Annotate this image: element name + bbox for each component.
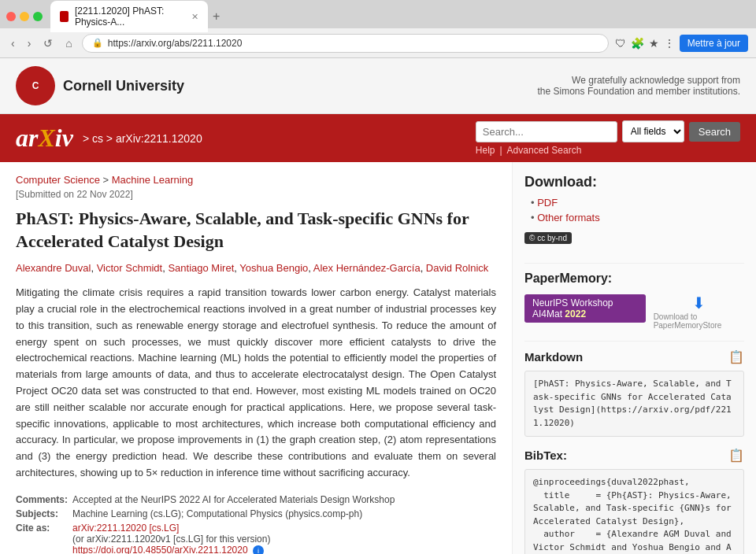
cornell-logo: C Cornell University (16, 66, 184, 105)
search-column: All fields Search Help | Advanced Search (476, 120, 740, 156)
subjects-label: Subjects: (16, 507, 72, 521)
download-section: Download: PDF Other formats © cc by-nd (524, 174, 744, 255)
arxiv-ar: ar (16, 124, 38, 152)
bibtex-title: BibTex: (524, 449, 567, 462)
arxiv-path: > cs > arXiv:2211.12020 (83, 132, 202, 145)
papermemory-title: PaperMemory: (524, 271, 744, 286)
info-icon: i (253, 545, 264, 554)
comments-label: Comments: (16, 493, 72, 507)
back-button[interactable]: ‹ (8, 35, 18, 51)
seal-text: C (32, 80, 39, 91)
active-tab[interactable]: [2211.12020] PhAST: Physics-A... ✕ (50, 1, 208, 32)
download-title: Download: (524, 174, 744, 190)
submitted-date: [Submitted on 22 Nov 2022] (16, 189, 496, 200)
close-dot[interactable] (6, 12, 16, 21)
arxiv-banner: arXiv > cs > arXiv:2211.12020 All fields… (0, 114, 756, 162)
minimize-dot[interactable] (20, 12, 29, 21)
neurips-badge: NeurIPS Workshop AI4Mat 2022 (524, 294, 646, 323)
author-miret[interactable]: Santiago Miret (168, 262, 234, 274)
bibtex-code: @inproceedings{duval2022phast, title = {… (524, 469, 744, 554)
bibtex-header-row: BibTex: 📋 (524, 448, 744, 463)
field-select[interactable]: All fields (622, 120, 684, 142)
extensions-icon[interactable]: 🧩 (631, 37, 644, 50)
ml-link[interactable]: Machine Learning (112, 174, 193, 186)
tab-close-btn[interactable]: ✕ (191, 12, 198, 22)
address-bar: ‹ › ↺ ⌂ 🔒 https://arxiv.org/abs/2211.120… (0, 28, 756, 58)
forward-button[interactable]: › (24, 35, 35, 51)
breadcrumb: Computer Science > Machine Learning (16, 174, 496, 186)
abstract-text: Mitigating the climate crisis requires a… (16, 285, 496, 482)
bibtex-section: BibTex: 📋 @inproceedings{duval2022phast,… (524, 448, 744, 554)
search-button[interactable]: Search (689, 122, 740, 142)
markdown-copy-icon[interactable]: 📋 (728, 349, 744, 364)
traffic-lights (6, 12, 43, 21)
download-list: PDF Other formats (524, 197, 744, 223)
arxiv-iv: iv (55, 124, 73, 152)
cornell-name: Cornell University (63, 78, 184, 94)
tab-favicon (60, 11, 69, 22)
url-bar[interactable]: 🔒 https://arxiv.org/abs/2211.12020 (82, 34, 609, 53)
lock-icon: 🔒 (92, 38, 103, 48)
author-rolnick[interactable]: David Rolnick (426, 262, 488, 274)
home-button[interactable]: ⌂ (62, 35, 75, 51)
author-hernandez[interactable]: Alex Hernández-García (313, 262, 421, 274)
reload-button[interactable]: ↺ (40, 35, 56, 51)
neurips-badge-container: NeurIPS Workshop AI4Mat 2022 (524, 294, 646, 329)
divider-2 (524, 341, 744, 342)
markdown-section: Markdown 📋 [PhAST: Physics-Aware, Scalab… (524, 349, 744, 437)
cite-as-value: arXiv:2211.12020 [cs.LG] (or arXiv:2211.… (72, 521, 399, 554)
menu-icon[interactable]: ⋮ (664, 37, 675, 50)
search-links-divider: | (499, 145, 502, 156)
comments-value: Accepted at the NeurIPS 2022 AI for Acce… (72, 493, 399, 507)
cornell-seal: C (16, 66, 55, 105)
markdown-header-row: Markdown 📋 (524, 349, 744, 364)
arxiv-site: C Cornell University We gratefully ackno… (0, 58, 756, 554)
neurips-year: 2022 (565, 308, 586, 319)
license-text: cc by-nd (537, 234, 567, 242)
content-area: Computer Science > Machine Learning [Sub… (0, 162, 512, 554)
pm-actions: NeurIPS Workshop AI4Mat 2022 ⬇ Download … (524, 294, 744, 330)
cc-icon: © (529, 234, 535, 242)
search-input[interactable] (476, 121, 617, 142)
doi-link[interactable]: https://doi.org/10.48550/arXiv.2211.1202… (72, 545, 248, 554)
markdown-code: [PhAST: Physics-Aware, Scalable, and Tas… (524, 371, 744, 437)
sidebar: Download: PDF Other formats © cc by-nd P… (512, 162, 756, 554)
new-tab-button[interactable]: + (213, 9, 220, 24)
license-badge: © cc by-nd (524, 232, 572, 244)
site-header: C Cornell University We gratefully ackno… (0, 58, 756, 114)
browser-actions: 🛡 🧩 ★ ⋮ Mettre à jour (615, 35, 748, 52)
cs-link[interactable]: Computer Science (16, 174, 100, 186)
advanced-search-link[interactable]: Advanced Search (507, 145, 582, 156)
pdf-link[interactable]: PDF (537, 197, 558, 209)
url-text: https://arxiv.org/abs/2211.12020 (108, 38, 243, 49)
paper-title: PhAST: Physics-Aware, Scalable, and Task… (16, 208, 496, 253)
cite-as-label: Cite as: (16, 521, 72, 554)
shield-icon[interactable]: 🛡 (615, 37, 626, 50)
maximize-dot[interactable] (33, 12, 43, 21)
search-area: All fields Search (476, 120, 740, 142)
author-bengio[interactable]: Yoshua Bengio (239, 262, 308, 274)
browser-chrome: [2211.12020] PhAST: Physics-A... ✕ + ‹ ›… (0, 0, 756, 58)
simons-acknowledgement: We gratefully acknowledge support fromth… (538, 75, 740, 97)
authors-list: Alexandre Duval, Victor Schmidt, Santiag… (16, 262, 496, 274)
tab-bar: [2211.12020] PhAST: Physics-A... ✕ + (0, 0, 756, 28)
main-layout: Computer Science > Machine Learning [Sub… (0, 162, 756, 554)
cite-as-v1: (or arXiv:2211.12020v1 [cs.LG] for this … (72, 534, 270, 545)
subjects-value: Machine Learning (cs.LG); Computational … (72, 507, 399, 521)
arxiv-id-link[interactable]: arXiv:2211.12020 [cs.LG] (72, 523, 179, 534)
arxiv-x: X (38, 124, 54, 152)
download-pm-btn-group: ⬇ Download to PaperMemoryStore (654, 294, 744, 330)
bibtex-copy-icon[interactable]: 📋 (728, 448, 744, 463)
other-formats-link[interactable]: Other formats (537, 212, 599, 223)
divider-1 (524, 263, 744, 264)
markdown-title: Markdown (524, 350, 583, 364)
author-duval[interactable]: Alexandre Duval (16, 262, 91, 274)
pm-store-text: Download to PaperMemoryStore (654, 312, 744, 330)
bookmark-icon[interactable]: ★ (649, 37, 659, 50)
update-button[interactable]: Mettre à jour (680, 35, 748, 52)
tab-title: [2211.12020] PhAST: Physics-A... (75, 6, 185, 28)
help-link[interactable]: Help (476, 145, 495, 156)
papermemory-section: PaperMemory: NeurIPS Workshop AI4Mat 202… (524, 271, 744, 330)
author-schmidt[interactable]: Victor Schmidt (97, 262, 163, 274)
download-pm-icon[interactable]: ⬇ (692, 294, 706, 312)
